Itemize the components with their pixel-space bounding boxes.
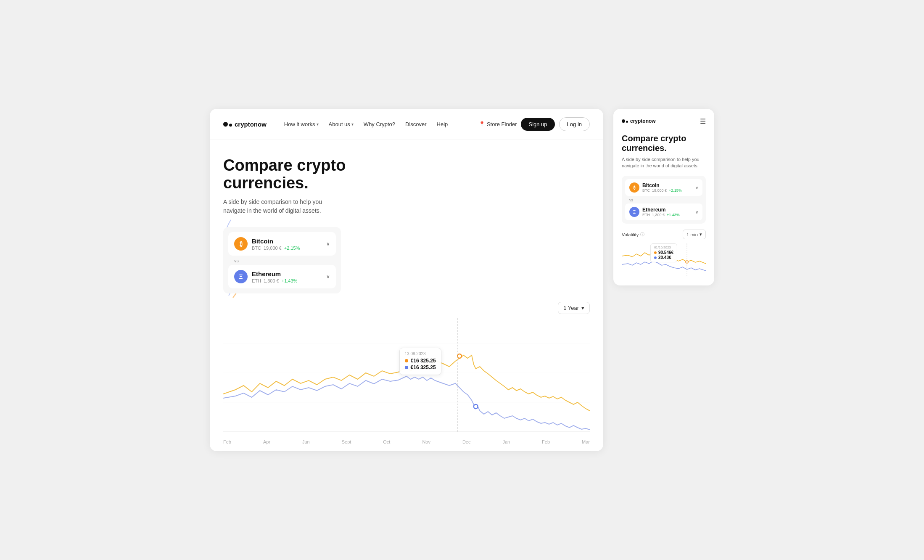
mobile-eth-dot xyxy=(654,256,657,259)
logo-dot-large xyxy=(223,122,228,127)
mobile-tooltip-btc-value: 90.546€ xyxy=(658,250,673,255)
mobile-eth-ticker: ETH xyxy=(642,213,650,217)
logo: cryptonow xyxy=(223,121,267,128)
mobile-chart-area: 01/16/2023 90.546€ 20.43€ xyxy=(622,243,706,277)
mobile-vol-label: Volatility ⓘ xyxy=(622,232,644,238)
btc-icon: ₿ xyxy=(234,237,248,251)
eth-card[interactable]: Ξ Ethereum ETH 1,300 € +1.43% ∨ xyxy=(228,265,336,288)
chart-area: 13.08.2023 €16 325.25 €16 325.25 xyxy=(223,318,590,436)
price-chart-svg xyxy=(223,318,590,436)
eth-meta: ETH 1,300 € +1.43% xyxy=(252,278,297,283)
btc-dropdown-icon[interactable]: ∨ xyxy=(326,241,330,247)
x-label-jun: Jun xyxy=(302,439,310,444)
x-label-dec: Dec xyxy=(462,439,471,444)
mobile-logo: cryptonow xyxy=(622,118,656,124)
mobile-tooltip: 01/16/2023 90.546€ 20.43€ xyxy=(650,243,677,262)
eth-name: Ethereum xyxy=(252,270,297,277)
store-finder[interactable]: 📍 Store Finder xyxy=(479,121,517,127)
mobile-logo-dot-small xyxy=(626,121,628,123)
mobile-brand-name: cryptonow xyxy=(630,118,656,124)
svg-point-4 xyxy=(457,354,462,358)
mobile-currency-cards: ₿ Bitcoin BTC 19,000 € +2.15% ∨ vs Ξ xyxy=(622,176,706,224)
logo-icon xyxy=(223,122,232,127)
signup-button[interactable]: Sign up xyxy=(521,118,554,131)
nav-why-crypto[interactable]: Why Crypto? xyxy=(359,119,399,130)
mobile-tooltip-eth-row: 20.43€ xyxy=(654,255,673,260)
mobile-eth-name: Ethereum xyxy=(642,207,680,213)
time-selector: 1 Year ▾ xyxy=(223,302,590,318)
x-label-sept: Sept xyxy=(342,439,351,444)
nav-discover[interactable]: Discover xyxy=(401,119,431,130)
mobile-time-dropdown[interactable]: 1 min ▾ xyxy=(683,230,706,239)
mobile-volatility-header: Volatility ⓘ 1 min ▾ xyxy=(622,230,706,239)
nav-about-us[interactable]: About us ▾ xyxy=(325,119,358,130)
mobile-card: cryptonow ☰ Compare crypto currencies. A… xyxy=(613,109,714,286)
nav-actions: 📍 Store Finder Sign up Log in xyxy=(479,117,590,131)
mobile-btc-name: Bitcoin xyxy=(642,182,682,188)
x-label-nov: Nov xyxy=(422,439,430,444)
mobile-vs-label: vs xyxy=(625,197,702,203)
mobile-btc-meta: BTC 19,000 € +2.15% xyxy=(642,188,682,193)
chevron-down-icon: ▾ xyxy=(700,232,702,237)
mobile-eth-price: 1,300 € xyxy=(652,213,665,217)
vs-label: vs xyxy=(228,256,336,265)
btc-card[interactable]: ₿ Bitcoin BTC 19,000 € +2.15% ∨ xyxy=(228,232,336,256)
x-label-feb2: Feb xyxy=(542,439,550,444)
mobile-btc-dot xyxy=(654,251,657,254)
mobile-btc-icon: ₿ xyxy=(629,182,639,193)
mobile-btc-change: +2.15% xyxy=(669,188,682,193)
mobile-logo-icon xyxy=(622,119,628,123)
navbar: cryptonow How it works ▾ About us ▾ Why … xyxy=(210,109,603,140)
x-label-jan: Jan xyxy=(502,439,510,444)
mobile-logo-dot-large xyxy=(622,119,625,123)
eth-info: Ξ Ethereum ETH 1,300 € +1.43% xyxy=(234,270,297,283)
mobile-btc-chevron-icon[interactable]: ∨ xyxy=(695,185,698,190)
time-dropdown[interactable]: 1 Year ▾ xyxy=(558,302,590,314)
location-icon: 📍 xyxy=(479,121,485,127)
nav-links: How it works ▾ About us ▾ Why Crypto? Di… xyxy=(280,119,465,130)
brand-name: cryptonow xyxy=(235,121,267,128)
btc-price: 19,000 € xyxy=(264,246,282,251)
mobile-eth-chevron-icon[interactable]: ∨ xyxy=(695,210,698,214)
currency-cards: ₿ Bitcoin BTC 19,000 € +2.15% ∨ xyxy=(223,227,341,293)
mobile-navbar: cryptonow ☰ xyxy=(622,117,706,125)
svg-point-5 xyxy=(474,404,478,409)
x-label-apr: Apr xyxy=(263,439,270,444)
info-icon: ⓘ xyxy=(640,232,644,238)
chart-container: 1 Year ▾ 13.08.2023 €16 325.25 xyxy=(210,302,603,451)
mobile-eth-info: Ξ Ethereum ETH 1,300 € +1.43% xyxy=(629,207,680,217)
chevron-down-icon: ▾ xyxy=(317,122,319,127)
mobile-btc-info: ₿ Bitcoin BTC 19,000 € +2.15% xyxy=(629,182,682,193)
nav-how-it-works[interactable]: How it works ▾ xyxy=(280,119,323,130)
btc-name: Bitcoin xyxy=(252,238,300,245)
btc-info: ₿ Bitcoin BTC 19,000 € +2.15% xyxy=(234,237,300,251)
logo-dot-small xyxy=(229,124,232,127)
mobile-btc-price: 19,000 € xyxy=(652,188,667,193)
mobile-btc-ticker: BTC xyxy=(642,188,650,193)
eth-change: +1.43% xyxy=(282,278,298,283)
btc-change: +2.15% xyxy=(284,246,300,251)
eth-price: 1,300 € xyxy=(264,278,279,283)
eth-dropdown-icon[interactable]: ∨ xyxy=(326,274,330,280)
btc-meta: BTC 19,000 € +2.15% xyxy=(252,246,300,251)
eth-ticker: ETH xyxy=(252,278,261,283)
chevron-down-icon: ▾ xyxy=(581,305,584,311)
mobile-tooltip-date: 01/16/2023 xyxy=(654,246,673,249)
nav-help[interactable]: Help xyxy=(433,119,452,130)
eth-icon: Ξ xyxy=(234,270,248,283)
x-label-mar: Mar xyxy=(582,439,590,444)
mobile-eth-card[interactable]: Ξ Ethereum ETH 1,300 € +1.43% ∨ xyxy=(625,203,702,220)
desktop-card: cryptonow How it works ▾ About us ▾ Why … xyxy=(210,109,603,452)
mobile-hero-subtitle: A side by side comparison to help you na… xyxy=(622,156,706,169)
login-button[interactable]: Log in xyxy=(559,117,590,131)
x-label-oct: Oct xyxy=(383,439,390,444)
mobile-eth-change: +1.43% xyxy=(667,213,680,217)
mobile-btc-card[interactable]: ₿ Bitcoin BTC 19,000 € +2.15% ∨ xyxy=(625,179,702,196)
hamburger-menu-icon[interactable]: ☰ xyxy=(700,117,706,125)
mobile-tooltip-btc-row: 90.546€ xyxy=(654,250,673,255)
mobile-eth-icon: Ξ xyxy=(629,207,639,217)
btc-ticker: BTC xyxy=(252,246,261,251)
hero-section: Compare crypto currencies. A side by sid… xyxy=(210,140,603,302)
mobile-tooltip-eth-value: 20.43€ xyxy=(658,255,671,260)
x-axis-labels: Feb Apr Jun Sept Oct Nov Dec Jan Feb Mar xyxy=(223,436,590,451)
